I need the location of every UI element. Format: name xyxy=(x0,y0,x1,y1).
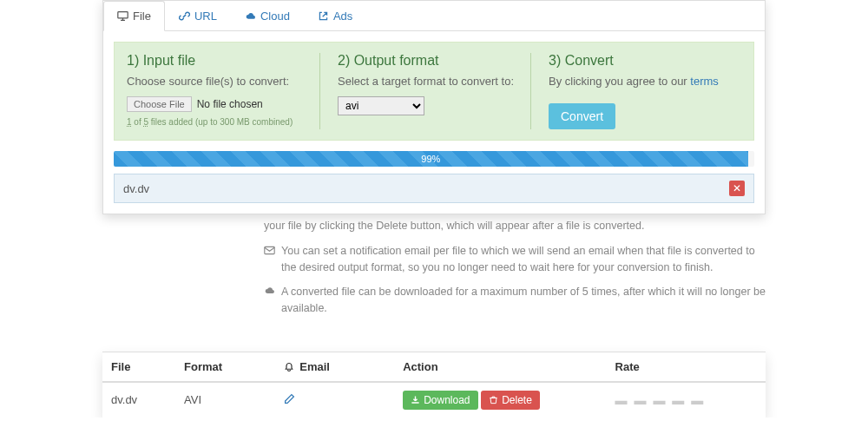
cloud-download-icon xyxy=(264,286,275,317)
download-button[interactable]: Download xyxy=(403,391,477,410)
step-desc: Select a target format to convert to: xyxy=(338,75,515,88)
info-text: A converted file can be downloaded for a… xyxy=(281,284,766,317)
monitor-icon xyxy=(117,10,128,22)
tab-file[interactable]: File xyxy=(103,1,165,31)
table-row: dv.dv AVI Download Delete ▬ ▬ ▬ ▬ ▬ xyxy=(102,382,766,418)
step-title: 2) Output format xyxy=(338,53,515,69)
close-icon[interactable]: ✕ xyxy=(729,181,745,196)
step-convert: 3) Convert By clicking you agree to our … xyxy=(549,53,741,129)
step-title: 1) Input file xyxy=(127,53,304,69)
no-file-label: No file chosen xyxy=(197,98,263,110)
link-icon xyxy=(179,10,190,22)
col-format: Format xyxy=(175,352,275,382)
convert-button[interactable]: Convert xyxy=(549,103,615,129)
rate-placeholder[interactable]: ▬ ▬ ▬ ▬ ▬ xyxy=(615,393,706,407)
tab-cloud[interactable]: Cloud xyxy=(231,1,304,31)
uploaded-file-box: dv.dv ✕ xyxy=(114,174,754,203)
files-table: File Format Email Action Rate dv.dv AVI … xyxy=(102,352,766,418)
choose-file-button[interactable]: Choose File xyxy=(127,96,192,112)
col-file: File xyxy=(102,352,175,382)
progress-label: 99% xyxy=(421,154,440,164)
email-icon xyxy=(264,245,275,276)
col-action: Action xyxy=(394,352,606,382)
step-input: 1) Input file Choose source file(s) to c… xyxy=(127,53,320,129)
cell-file: dv.dv xyxy=(102,382,175,418)
tab-label: URL xyxy=(194,10,217,23)
terms-link[interactable]: terms xyxy=(690,75,719,88)
progress-bar: 99% xyxy=(114,151,754,167)
external-icon xyxy=(318,10,329,22)
edit-icon[interactable] xyxy=(284,394,295,407)
svg-rect-0 xyxy=(118,12,128,18)
tab-ads[interactable]: Ads xyxy=(304,1,366,31)
svg-rect-1 xyxy=(265,247,274,253)
bell-icon xyxy=(284,362,294,372)
cell-format: AVI xyxy=(175,382,275,418)
info-line-partial: your file by clicking the Delete button,… xyxy=(250,218,766,234)
tab-label: File xyxy=(133,10,151,23)
terms-text: By clicking you agree to our terms xyxy=(549,75,726,88)
format-select[interactable]: avi xyxy=(338,96,424,115)
col-rate: Rate xyxy=(607,352,766,382)
delete-button[interactable]: Delete xyxy=(481,391,540,410)
tab-label: Cloud xyxy=(260,10,290,23)
step-output: 2) Output format Select a target format … xyxy=(338,53,531,129)
file-count-info: 1 of 5 files added (up to 300 MB combine… xyxy=(127,117,304,127)
tab-label: Ads xyxy=(333,10,352,23)
tabs: File URL Cloud Ads xyxy=(103,1,765,31)
step-desc: Choose source file(s) to convert: xyxy=(127,75,304,88)
tab-url[interactable]: URL xyxy=(165,1,231,31)
col-email: Email xyxy=(275,352,395,382)
info-text: You can set a notification email per fil… xyxy=(281,243,766,276)
uploaded-file-name: dv.dv xyxy=(123,182,149,195)
step-title: 3) Convert xyxy=(549,53,726,69)
cloud-icon xyxy=(245,10,256,22)
